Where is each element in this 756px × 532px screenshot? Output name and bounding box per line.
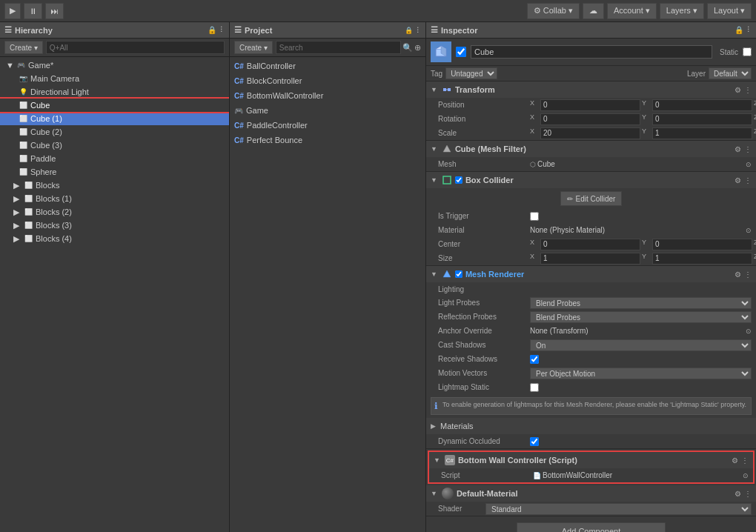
layers-dropdown[interactable]: Layers ▾	[660, 3, 704, 19]
hierarchy-lock-icon[interactable]: 🔒	[208, 26, 216, 34]
rot-y-input[interactable]	[652, 113, 752, 125]
tree-arrow-blocks2[interactable]: ▶	[13, 207, 21, 217]
shader-select[interactable]: Standard	[485, 503, 752, 515]
tree-item-main-camera[interactable]: 📷 Main Camera	[0, 72, 229, 85]
play-button[interactable]: ▶	[4, 3, 21, 19]
tree-arrow-game[interactable]: ▼	[6, 61, 13, 70]
project-item-ball[interactable]: C# BallController	[230, 59, 425, 73]
is-trigger-checkbox[interactable]	[530, 212, 539, 221]
pos-y-input[interactable]	[652, 99, 752, 111]
size-x-input[interactable]	[540, 253, 640, 265]
inspector-lock-icon[interactable]: 🔒	[735, 26, 743, 34]
tree-item-sphere[interactable]: ⬜ Sphere	[0, 165, 229, 179]
reflection-probes-select[interactable]: Blend Probes	[530, 311, 752, 323]
dynamic-occluded-checkbox[interactable]	[530, 437, 539, 446]
mesh-filter-settings-btn[interactable]: ⚙	[735, 145, 741, 153]
center-x-input[interactable]	[540, 239, 640, 250]
box-collider-settings-btn[interactable]: ⚙	[735, 176, 741, 184]
tree-item-dir-light[interactable]: 💡 Directional Light	[0, 85, 229, 99]
step-button[interactable]: ⏭	[45, 3, 64, 19]
hierarchy-search[interactable]	[46, 41, 225, 54]
add-component-button[interactable]: Add Component	[517, 522, 666, 532]
tree-item-blocks4[interactable]: ▶ ⬜ Blocks (4)	[0, 232, 229, 245]
mesh-filter-header[interactable]: ▼ Cube (Mesh Filter) ⚙ ⋮	[426, 141, 756, 157]
receive-shadows-checkbox[interactable]	[530, 355, 539, 364]
tree-arrow-blocks1[interactable]: ▶	[13, 194, 21, 204]
motion-vectors-select[interactable]: Per Object Motion	[530, 368, 752, 379]
layout-dropdown[interactable]: Layout ▾	[707, 3, 752, 19]
tree-item-game[interactable]: ▼ 🎮 Game*	[0, 59, 229, 72]
hierarchy-create-btn[interactable]: Create ▾	[4, 41, 43, 54]
project-item-bounce[interactable]: C# Perfect Bounce	[230, 133, 425, 147]
edit-collider-btn[interactable]: ✏ Edit Collider	[560, 191, 623, 206]
bwc-script-pick-btn[interactable]: ⊙	[743, 472, 749, 479]
layer-select[interactable]: Default	[709, 67, 752, 79]
tag-select[interactable]: Untagged	[445, 67, 497, 79]
tree-item-cube[interactable]: ⬜ Cube	[0, 99, 229, 112]
collider-material-pick-btn[interactable]: ⊙	[746, 227, 752, 234]
transform-header[interactable]: ▼ Transform ⚙ ⋮	[426, 82, 756, 98]
mesh-renderer-overflow-btn[interactable]: ⋮	[744, 270, 752, 279]
tree-item-cube1[interactable]: ⬜ Cube (1)	[0, 112, 229, 125]
mesh-renderer-enabled-checkbox[interactable]	[455, 270, 462, 278]
static-checkbox[interactable]	[743, 47, 752, 56]
box-collider-header[interactable]: ▼ Box Collider ⚙ ⋮	[426, 172, 756, 188]
bwc-settings-btn[interactable]: ⚙	[732, 456, 738, 465]
tree-arrow-blocks4[interactable]: ▶	[13, 234, 21, 244]
lightmap-static-checkbox[interactable]	[530, 383, 539, 392]
cloud-button[interactable]: ☁	[583, 3, 604, 19]
account-dropdown[interactable]: Account ▾	[607, 3, 657, 19]
cast-shadows-select[interactable]: On	[530, 339, 752, 351]
mesh-filter-overflow-btn[interactable]: ⋮	[744, 145, 752, 153]
bwc-overflow-btn[interactable]: ⋮	[741, 456, 749, 465]
transform-settings-btn[interactable]: ⚙	[735, 86, 741, 94]
object-active-checkbox[interactable]	[456, 47, 466, 57]
tree-item-cube3[interactable]: ⬜ Cube (3)	[0, 139, 229, 152]
project-search[interactable]	[276, 41, 401, 54]
project-item-paddle[interactable]: C# PaddleController	[230, 118, 425, 133]
box-collider-overflow-btn[interactable]: ⋮	[744, 176, 752, 184]
project-item-block[interactable]: C# BlockController	[230, 73, 425, 88]
center-y-input[interactable]	[652, 239, 752, 250]
bottom-wall-controller-header[interactable]: ▼ C# Bottom Wall Controller (Script) ⚙ ⋮	[429, 452, 753, 468]
project-item-bottom[interactable]: C# BottomWallController	[230, 88, 425, 103]
project-search-icon[interactable]: 🔍	[402, 43, 413, 53]
mesh-renderer-header[interactable]: ▼ Mesh Renderer ⚙ ⋮	[426, 266, 756, 282]
default-material-overflow-btn[interactable]: ⋮	[744, 490, 752, 498]
default-material-arrow: ▼	[431, 490, 437, 497]
box-collider-enabled-checkbox[interactable]	[455, 176, 462, 184]
tree-item-blocks1[interactable]: ▶ ⬜ Blocks (1)	[0, 192, 229, 205]
pos-x-input[interactable]	[540, 99, 640, 111]
tree-arrow-blocks3[interactable]: ▶	[13, 221, 21, 230]
scale-x-input[interactable]	[540, 127, 640, 139]
rot-x-input[interactable]	[540, 113, 640, 125]
materials-header[interactable]: ▶ Materials	[426, 418, 756, 434]
anchor-pick-btn[interactable]: ⊙	[746, 327, 752, 335]
object-name-input[interactable]	[471, 45, 712, 59]
tree-item-blocks[interactable]: ▶ ⬜ Blocks	[0, 179, 229, 192]
tree-item-blocks3[interactable]: ▶ ⬜ Blocks (3)	[0, 219, 229, 232]
size-y-input[interactable]	[652, 253, 752, 265]
tree-item-paddle[interactable]: ⬜ Paddle	[0, 152, 229, 165]
project-filter-icon[interactable]: ⊕	[414, 43, 421, 53]
default-material-header[interactable]: ▼ Default-Material ⚙ ⋮	[426, 485, 756, 502]
project-lock-icon[interactable]: 🔒	[405, 27, 413, 34]
tree-arrow-blocks[interactable]: ▶	[13, 181, 21, 190]
project-item-game[interactable]: 🎮 Game	[230, 103, 425, 118]
collab-dropdown[interactable]: ⚙ Collab ▾	[527, 3, 580, 19]
blocks4-icon: ⬜	[23, 233, 33, 244]
inspector-more-icon[interactable]: ⋮	[745, 26, 752, 34]
transform-overflow-btn[interactable]: ⋮	[744, 86, 752, 94]
hierarchy-more-icon[interactable]: ⋮	[218, 26, 225, 34]
mesh-renderer-settings-btn[interactable]: ⚙	[735, 270, 741, 279]
tree-item-cube2[interactable]: ⬜ Cube (2)	[0, 125, 229, 139]
scale-y-input[interactable]	[652, 127, 752, 139]
project-more-icon[interactable]: ⋮	[414, 27, 421, 34]
light-probes-select[interactable]: Blend Probes	[530, 297, 752, 309]
pause-button[interactable]: ⏸	[24, 3, 42, 19]
tree-item-blocks2[interactable]: ▶ ⬜ Blocks (2)	[0, 205, 229, 219]
size-x-label: X	[530, 253, 539, 265]
project-create-btn[interactable]: Create ▾	[234, 41, 273, 54]
mesh-pick-btn[interactable]: ⊙	[746, 161, 752, 168]
default-material-settings-btn[interactable]: ⚙	[735, 490, 741, 498]
